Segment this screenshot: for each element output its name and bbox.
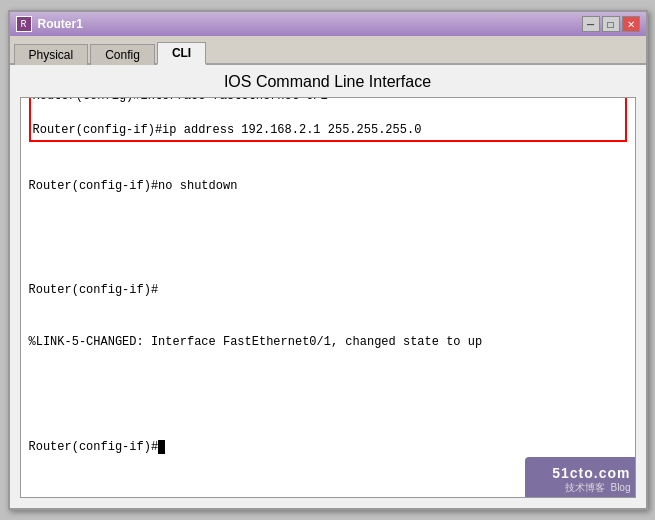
watermark-background [525,457,635,497]
tab-cli[interactable]: CLI [157,42,206,65]
terminal-line [29,230,627,247]
cli-heading: IOS Command Line Interface [10,65,646,97]
window-controls: ─ □ ✕ [582,16,640,32]
close-button[interactable]: ✕ [622,16,640,32]
tab-bar: Physical Config CLI [10,36,646,65]
terminal-line: Router(config-if)#no shutdown [29,178,627,195]
terminal-line-hl1: Router(config)#interface fastethernet 0/… [33,98,623,105]
terminal-wrapper: Press RETURN to get started! Router>enab… [20,97,636,498]
window-icon: R [16,16,32,32]
terminal-line: Router(config-if)# [29,282,627,299]
terminal-line [29,386,627,403]
terminal-line: Router(config-if)# [29,439,627,456]
highlight-block: Router(config)#interface fastethernet 0/… [29,98,627,142]
content-area: IOS Command Line Interface Press RETURN … [10,65,646,508]
terminal-line-hl2: Router(config-if)#ip address 192.168.2.1… [33,122,623,139]
main-window: R Router1 ─ □ ✕ Physical Config CLI IOS … [8,10,648,510]
terminal[interactable]: Press RETURN to get started! Router>enab… [21,98,635,497]
terminal-line: %LINK-5-CHANGED: Interface FastEthernet0… [29,334,627,351]
window-icon-letter: R [20,19,26,30]
minimize-button[interactable]: ─ [582,16,600,32]
title-bar: R Router1 ─ □ ✕ [10,12,646,36]
window-title: Router1 [38,17,576,31]
tab-config[interactable]: Config [90,44,155,65]
tab-physical[interactable]: Physical [14,44,89,65]
maximize-button[interactable]: □ [602,16,620,32]
